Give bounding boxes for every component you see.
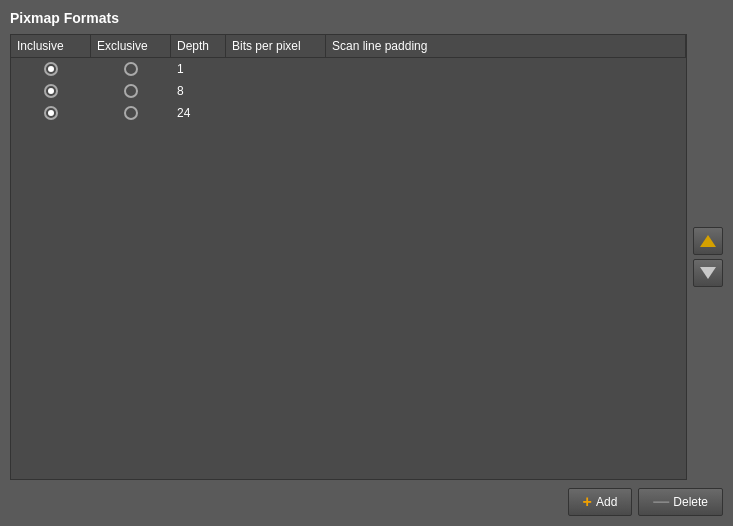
cell-scanline-1 [326, 89, 686, 93]
cell-inclusive-1[interactable] [11, 82, 91, 100]
move-down-button[interactable] [693, 259, 723, 287]
page-title: Pixmap Formats [10, 10, 723, 26]
radio-exclusive-2[interactable] [124, 106, 138, 120]
cell-depth-0: 1 [171, 60, 226, 78]
table-row: 1 [11, 58, 686, 80]
col-header-inclusive: Inclusive [11, 35, 91, 57]
add-button-label: Add [596, 495, 617, 509]
bottom-bar: + Add — Delete [10, 480, 723, 516]
radio-inclusive-0[interactable] [44, 62, 58, 76]
cell-depth-1: 8 [171, 82, 226, 100]
cell-exclusive-1[interactable] [91, 82, 171, 100]
cell-scanline-0 [326, 67, 686, 71]
table-row: 8 [11, 80, 686, 102]
cell-scanline-2 [326, 111, 686, 115]
col-header-depth: Depth [171, 35, 226, 57]
radio-inclusive-1[interactable] [44, 84, 58, 98]
cell-exclusive-2[interactable] [91, 104, 171, 122]
arrow-up-icon [700, 235, 716, 247]
cell-bpp-0 [226, 67, 326, 71]
cell-depth-2: 24 [171, 104, 226, 122]
col-header-scanline: Scan line padding [326, 35, 686, 57]
radio-exclusive-1[interactable] [124, 84, 138, 98]
col-header-bpp: Bits per pixel [226, 35, 326, 57]
plus-icon: + [583, 494, 592, 510]
add-button[interactable]: + Add [568, 488, 633, 516]
delete-button[interactable]: — Delete [638, 488, 723, 516]
cell-exclusive-0[interactable] [91, 60, 171, 78]
main-area: Inclusive Exclusive Depth Bits per pixel… [10, 34, 723, 480]
arrow-down-icon [700, 267, 716, 279]
side-buttons [693, 34, 723, 480]
cell-inclusive-2[interactable] [11, 104, 91, 122]
cell-inclusive-0[interactable] [11, 60, 91, 78]
table-body: 1 8 [11, 58, 686, 479]
radio-inclusive-2[interactable] [44, 106, 58, 120]
table-header: Inclusive Exclusive Depth Bits per pixel… [11, 35, 686, 58]
cell-bpp-2 [226, 111, 326, 115]
cell-bpp-1 [226, 89, 326, 93]
col-header-exclusive: Exclusive [91, 35, 171, 57]
radio-exclusive-0[interactable] [124, 62, 138, 76]
delete-button-label: Delete [673, 495, 708, 509]
table-container: Inclusive Exclusive Depth Bits per pixel… [10, 34, 687, 480]
table-row: 24 [11, 102, 686, 124]
minus-icon: — [653, 494, 669, 510]
move-up-button[interactable] [693, 227, 723, 255]
